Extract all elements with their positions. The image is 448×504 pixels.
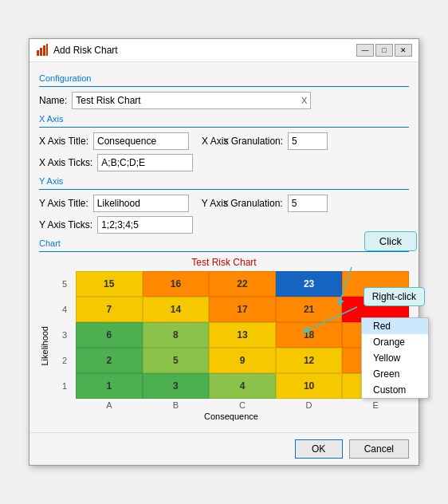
- y-tick-3: 3: [53, 322, 76, 348]
- configuration-section-label: Configuration: [39, 73, 409, 83]
- dialog-content: Configuration Name: X X Axis X Axis Titl…: [29, 62, 419, 427]
- bottom-bar: OK Cancel: [29, 432, 419, 465]
- x-tick-A: A: [76, 400, 143, 410]
- xaxis-gran-row: X Axis Granulation:: [202, 132, 328, 150]
- chart-cell-4-1[interactable]: 3: [143, 373, 210, 399]
- x-tick-C: C: [209, 400, 276, 410]
- chart-cell-4-4[interactable]: [342, 373, 409, 399]
- yaxis-title-row: Y Axis Title: X: [39, 195, 189, 212]
- x-tick-D: D: [276, 400, 343, 410]
- chart-cell-0-4[interactable]: [342, 271, 409, 297]
- svg-rect-0: [37, 50, 39, 56]
- y-tick-5: 5: [53, 271, 76, 297]
- xaxis-gran-label: X Axis Granulation:: [202, 136, 283, 147]
- close-button[interactable]: ✕: [395, 44, 412, 57]
- svg-rect-3: [46, 44, 48, 56]
- yaxis-ticks-input[interactable]: [97, 216, 193, 234]
- y-tick-2: 2: [53, 348, 76, 373]
- xaxis-ticks-label: X Axis Ticks:: [39, 157, 92, 168]
- chart-cell-2-3[interactable]: 18: [276, 322, 343, 348]
- xaxis-ticks-input[interactable]: [97, 154, 193, 171]
- chart-cell-4-0[interactable]: 1: [76, 373, 143, 399]
- configuration-divider: [39, 86, 409, 87]
- xaxis-gran-input[interactable]: [288, 132, 328, 150]
- chart-cell-1-3[interactable]: 21: [276, 297, 343, 322]
- name-input-wrapper: X: [72, 92, 311, 109]
- chart-icon: [36, 44, 49, 57]
- chart-cell-3-2[interactable]: 9: [209, 348, 276, 373]
- svg-rect-1: [40, 48, 42, 56]
- chart-grid: 515162223471417213681318225912113410: [53, 271, 409, 399]
- yaxis-gran-row: Y Axis Granulation:: [202, 195, 328, 212]
- xaxis-title-input-wrapper: X: [93, 132, 189, 150]
- name-label: Name:: [39, 95, 67, 106]
- chart-cell-0-1[interactable]: 16: [143, 271, 210, 297]
- ok-button[interactable]: OK: [295, 439, 343, 459]
- x-axis-label: Consequence: [53, 411, 409, 421]
- cancel-button[interactable]: Cancel: [349, 439, 409, 459]
- chart-cell-3-3[interactable]: 12: [276, 348, 343, 373]
- x-tick-E: E: [342, 400, 409, 410]
- chart-cell-1-1[interactable]: 14: [143, 297, 210, 322]
- xaxis-divider: [39, 127, 409, 128]
- title-bar-left: Add Risk Chart: [36, 44, 118, 57]
- chart-area: 515162223471417213681318225912113410 ABC…: [53, 271, 409, 421]
- maximize-button[interactable]: □: [375, 44, 393, 57]
- xaxis-title-label: X Axis Title:: [39, 136, 88, 147]
- name-clear-button[interactable]: X: [298, 96, 310, 105]
- dialog-title: Add Risk Chart: [53, 45, 118, 56]
- minimize-button[interactable]: —: [356, 44, 374, 57]
- chart-container: Test Risk Chart Likelihood 5151622234714…: [39, 257, 409, 421]
- chart-cell-2-2[interactable]: 13: [209, 322, 276, 348]
- yaxis-title-input-wrapper: X: [93, 195, 189, 212]
- chart-wrapper: Likelihood 51516222347141721368131822591…: [39, 271, 409, 421]
- name-row: Name: X: [39, 92, 409, 109]
- yaxis-divider: [39, 189, 409, 190]
- svg-rect-2: [43, 45, 45, 56]
- chart-cell-0-2[interactable]: 22: [209, 271, 276, 297]
- xaxis-section-label: X Axis: [39, 114, 409, 124]
- add-risk-chart-dialog: Add Risk Chart — □ ✕ Configuration Name:…: [29, 38, 419, 466]
- yaxis-ticks-label: Y Axis Ticks:: [39, 219, 92, 230]
- chart-title: Test Risk Chart: [39, 257, 409, 268]
- xaxis-row1: X Axis Title: X X Axis Granulation:: [39, 132, 409, 154]
- xaxis-ticks-row: X Axis Ticks:: [39, 154, 409, 171]
- name-input[interactable]: [73, 93, 298, 108]
- y-tick-4: 4: [53, 297, 76, 322]
- chart-divider: [39, 251, 409, 252]
- chart-cell-0-3[interactable]: 23: [276, 271, 343, 297]
- chart-cell-2-4[interactable]: [342, 322, 409, 348]
- chart-section-label: Chart: [39, 238, 409, 248]
- title-buttons: — □ ✕: [356, 44, 412, 57]
- yaxis-gran-label: Y Axis Granulation:: [202, 198, 283, 209]
- x-tick-B: B: [143, 400, 210, 410]
- chart-cell-3-1[interactable]: 5: [143, 348, 210, 373]
- chart-cell-0-0[interactable]: 15: [76, 271, 143, 297]
- yaxis-title-label: Y Axis Title:: [39, 198, 88, 209]
- yaxis-row1: Y Axis Title: X Y Axis Granulation:: [39, 195, 409, 216]
- chart-cell-4-3[interactable]: 10: [276, 373, 343, 399]
- chart-cell-2-0[interactable]: 6: [76, 322, 143, 348]
- y-axis-label-wrapper: Likelihood: [39, 271, 53, 421]
- yaxis-gran-input[interactable]: [288, 195, 328, 212]
- yaxis-ticks-row: Y Axis Ticks:: [39, 216, 409, 234]
- yaxis-section-label: Y Axis: [39, 176, 409, 186]
- chart-cell-3-0[interactable]: 2: [76, 348, 143, 373]
- y-tick-1: 1: [53, 373, 76, 399]
- y-axis-label: Likelihood: [40, 326, 49, 366]
- chart-cell-1-4[interactable]: [342, 297, 409, 322]
- title-bar: Add Risk Chart — □ ✕: [29, 39, 419, 62]
- chart-cell-2-1[interactable]: 8: [143, 322, 210, 348]
- chart-cell-1-0[interactable]: 7: [76, 297, 143, 322]
- x-axis-ticks: ABCDE: [53, 400, 409, 410]
- chart-cell-4-2[interactable]: 4: [209, 373, 276, 399]
- xaxis-title-row: X Axis Title: X: [39, 132, 189, 150]
- chart-cell-1-2[interactable]: 17: [209, 297, 276, 322]
- chart-cell-3-4[interactable]: [342, 348, 409, 373]
